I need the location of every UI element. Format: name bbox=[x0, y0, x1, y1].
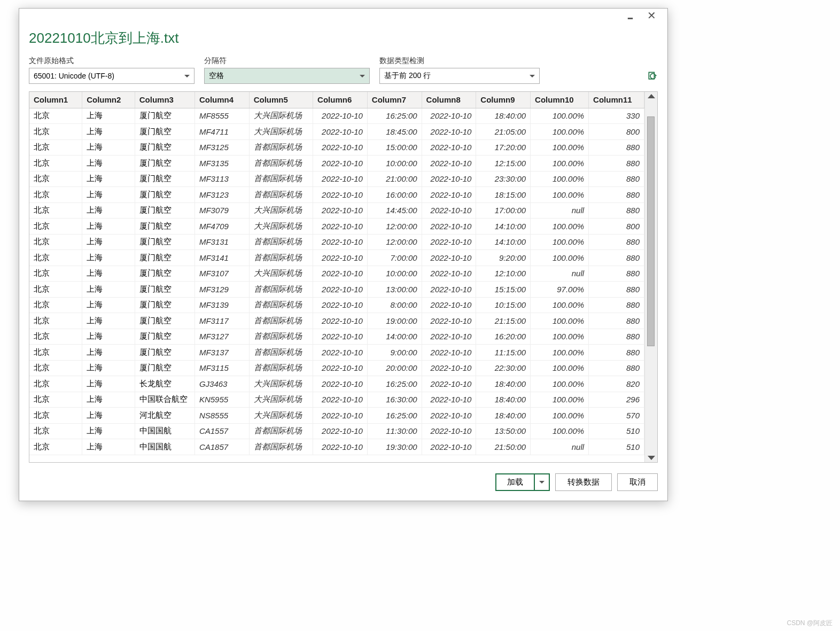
table-cell: 100.00% bbox=[531, 392, 589, 408]
table-cell: 2022-10-10 bbox=[422, 266, 476, 282]
scroll-up-icon[interactable] bbox=[648, 94, 655, 98]
minimize-button[interactable]: 🗕 bbox=[619, 12, 641, 26]
column-header[interactable]: Column10 bbox=[531, 92, 589, 108]
table-row[interactable]: 北京上海厦门航空MF3137首都国际机场2022-10-109:00:00202… bbox=[29, 345, 644, 361]
load-dropdown-button[interactable] bbox=[534, 473, 550, 491]
file-format-value: 65001: Unicode (UTF-8) bbox=[34, 72, 114, 80]
table-cell: 北京 bbox=[29, 392, 82, 408]
column-header[interactable]: Column9 bbox=[476, 92, 531, 108]
vertical-scrollbar[interactable] bbox=[644, 92, 657, 462]
table-row[interactable]: 北京上海厦门航空MF3135首都国际机场2022-10-1010:00:0020… bbox=[29, 155, 644, 172]
column-header[interactable]: Column11 bbox=[589, 92, 644, 108]
table-cell: MF3123 bbox=[195, 187, 249, 203]
table-cell: 北京 bbox=[29, 155, 82, 172]
delimiter-dropdown[interactable]: 空格 bbox=[204, 68, 370, 84]
column-header[interactable]: Column1 bbox=[29, 92, 82, 108]
column-header[interactable]: Column5 bbox=[249, 92, 313, 108]
table-cell: 510 bbox=[589, 423, 644, 439]
table-cell: MF3127 bbox=[195, 329, 249, 345]
table-cell: 880 bbox=[589, 345, 644, 361]
table-cell: 100.00% bbox=[531, 171, 589, 187]
table-cell: 100.00% bbox=[531, 219, 589, 235]
table-cell: MF3115 bbox=[195, 360, 249, 376]
scrollbar-thumb[interactable] bbox=[647, 116, 655, 346]
column-header[interactable]: Column2 bbox=[82, 92, 135, 108]
table-cell: 河北航空 bbox=[135, 408, 195, 424]
table-row[interactable]: 北京上海厦门航空MF3123首都国际机场2022-10-1016:00:0020… bbox=[29, 187, 644, 203]
table-cell: 上海 bbox=[82, 171, 135, 187]
table-cell: 厦门航空 bbox=[135, 139, 195, 155]
table-cell: 18:40:00 bbox=[476, 408, 531, 424]
table-cell: 北京 bbox=[29, 313, 82, 329]
table-cell: 大兴国际机场 bbox=[249, 408, 313, 424]
column-header[interactable]: Column7 bbox=[367, 92, 422, 108]
table-cell: 厦门航空 bbox=[135, 124, 195, 140]
table-row[interactable]: 北京上海厦门航空MF3129首都国际机场2022-10-1013:00:0020… bbox=[29, 282, 644, 298]
table-row[interactable]: 北京上海河北航空NS8555大兴国际机场2022-10-1016:25:0020… bbox=[29, 408, 644, 424]
table-cell: 2022-10-10 bbox=[422, 139, 476, 155]
table-row[interactable]: 北京上海厦门航空MF3117首都国际机场2022-10-1019:00:0020… bbox=[29, 313, 644, 329]
table-row[interactable]: 北京上海厦门航空MF3125首都国际机场2022-10-1015:00:0020… bbox=[29, 139, 644, 155]
table-cell: 100.00% bbox=[531, 345, 589, 361]
table-cell: CA1857 bbox=[195, 439, 249, 455]
column-header[interactable]: Column6 bbox=[313, 92, 368, 108]
table-cell: 上海 bbox=[82, 155, 135, 172]
table-row[interactable]: 北京上海长龙航空GJ3463大兴国际机场2022-10-1016:25:0020… bbox=[29, 376, 644, 392]
file-format-dropdown[interactable]: 65001: Unicode (UTF-8) bbox=[29, 68, 195, 84]
table-cell: 2022-10-10 bbox=[313, 202, 368, 219]
table-cell: 16:20:00 bbox=[476, 329, 531, 345]
table-cell: 北京 bbox=[29, 108, 82, 124]
table-cell: 2022-10-10 bbox=[313, 345, 368, 361]
table-cell: 2022-10-10 bbox=[422, 282, 476, 298]
table-cell: 2022-10-10 bbox=[422, 376, 476, 392]
table-cell: 880 bbox=[589, 234, 644, 250]
table-cell: 大兴国际机场 bbox=[249, 219, 313, 235]
table-cell: 2022-10-10 bbox=[422, 313, 476, 329]
table-row[interactable]: 北京上海中国国航CA1857首都国际机场2022-10-1019:30:0020… bbox=[29, 439, 644, 455]
table-cell: 2022-10-10 bbox=[313, 155, 368, 172]
table-cell: 2022-10-10 bbox=[422, 297, 476, 313]
table-cell: 上海 bbox=[82, 282, 135, 298]
column-header[interactable]: Column4 bbox=[195, 92, 249, 108]
load-button[interactable]: 加载 bbox=[495, 473, 534, 491]
table-cell: 880 bbox=[589, 329, 644, 345]
scroll-down-icon[interactable] bbox=[648, 456, 655, 460]
table-cell: 大兴国际机场 bbox=[249, 124, 313, 140]
table-cell: 10:00:00 bbox=[367, 155, 422, 172]
cancel-button[interactable]: 取消 bbox=[617, 473, 658, 491]
table-cell: 2022-10-10 bbox=[422, 155, 476, 172]
table-row[interactable]: 北京上海中国国航CA1557首都国际机场2022-10-1011:30:0020… bbox=[29, 423, 644, 439]
table-row[interactable]: 北京上海厦门航空MF4711大兴国际机场2022-10-1018:45:0020… bbox=[29, 124, 644, 140]
table-cell: 上海 bbox=[82, 423, 135, 439]
refresh-button[interactable] bbox=[647, 69, 658, 82]
table-row[interactable]: 北京上海厦门航空MF3127首都国际机场2022-10-1014:00:0020… bbox=[29, 329, 644, 345]
transform-button[interactable]: 转换数据 bbox=[555, 473, 612, 491]
table-row[interactable]: 北京上海厦门航空MF3107大兴国际机场2022-10-1010:00:0020… bbox=[29, 266, 644, 282]
table-cell: 880 bbox=[589, 266, 644, 282]
table-row[interactable]: 北京上海厦门航空MF3079大兴国际机场2022-10-1014:45:0020… bbox=[29, 202, 644, 219]
table-row[interactable]: 北京上海厦门航空MF3115首都国际机场2022-10-1020:00:0020… bbox=[29, 360, 644, 376]
table-cell: 北京 bbox=[29, 139, 82, 155]
column-header[interactable]: Column8 bbox=[422, 92, 476, 108]
table-cell: 2022-10-10 bbox=[313, 187, 368, 203]
table-row[interactable]: 北京上海厦门航空MF4709大兴国际机场2022-10-1012:00:0020… bbox=[29, 219, 644, 235]
table-cell: 14:10:00 bbox=[476, 219, 531, 235]
table-row[interactable]: 北京上海厦门航空MF3141首都国际机场2022-10-107:00:00202… bbox=[29, 250, 644, 266]
table-cell: CA1557 bbox=[195, 423, 249, 439]
table-cell: 上海 bbox=[82, 313, 135, 329]
table-cell: NS8555 bbox=[195, 408, 249, 424]
table-row[interactable]: 北京上海厦门航空MF3113首都国际机场2022-10-1021:00:0020… bbox=[29, 171, 644, 187]
detect-dropdown[interactable]: 基于前 200 行 bbox=[379, 68, 540, 84]
table-cell: 2022-10-10 bbox=[422, 345, 476, 361]
table-cell: 2022-10-10 bbox=[422, 329, 476, 345]
table-row[interactable]: 北京上海中国联合航空KN5955大兴国际机场2022-10-1016:30:00… bbox=[29, 392, 644, 408]
column-header[interactable]: Column3 bbox=[135, 92, 195, 108]
table-cell: 首都国际机场 bbox=[249, 345, 313, 361]
table-cell: 2022-10-10 bbox=[422, 439, 476, 455]
table-cell: 厦门航空 bbox=[135, 282, 195, 298]
close-button[interactable]: ✕ bbox=[641, 12, 662, 26]
table-row[interactable]: 北京上海厦门航空MF8555大兴国际机场2022-10-1016:25:0020… bbox=[29, 108, 644, 124]
table-row[interactable]: 北京上海厦门航空MF3139首都国际机场2022-10-108:00:00202… bbox=[29, 297, 644, 313]
table-row[interactable]: 北京上海厦门航空MF3131首都国际机场2022-10-1012:00:0020… bbox=[29, 234, 644, 250]
refresh-icon bbox=[647, 69, 658, 82]
